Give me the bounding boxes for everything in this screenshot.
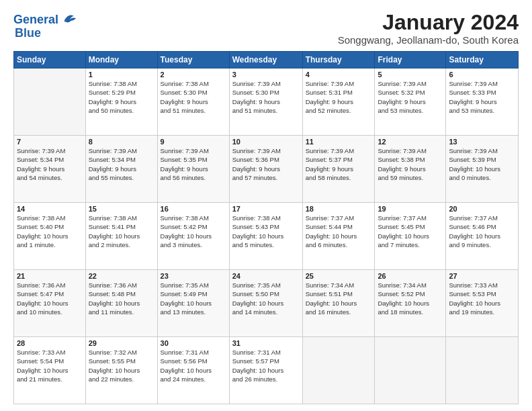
day-info: Sunrise: 7:31 AM Sunset: 5:56 PM Dayligh… [161, 348, 226, 383]
calendar-cell: 22Sunrise: 7:36 AM Sunset: 5:48 PM Dayli… [85, 270, 157, 337]
col-header-monday: Monday [85, 52, 157, 68]
day-info: Sunrise: 7:34 AM Sunset: 5:51 PM Dayligh… [306, 281, 372, 316]
logo-blue-text: Blue [15, 27, 41, 40]
calendar-cell: 9Sunrise: 7:39 AM Sunset: 5:35 PM Daylig… [157, 136, 229, 203]
calendar-cell: 16Sunrise: 7:38 AM Sunset: 5:42 PM Dayli… [157, 203, 229, 270]
calendar-cell [375, 337, 446, 404]
calendar-header-row: SundayMondayTuesdayWednesdayThursdayFrid… [14, 52, 519, 68]
day-number: 6 [449, 71, 515, 79]
day-info: Sunrise: 7:35 AM Sunset: 5:50 PM Dayligh… [232, 281, 300, 316]
calendar-cell: 29Sunrise: 7:32 AM Sunset: 5:55 PM Dayli… [85, 337, 157, 404]
day-info: Sunrise: 7:34 AM Sunset: 5:52 PM Dayligh… [378, 281, 443, 316]
header: General Blue January 2024 Songgwang, Jeo… [13, 11, 519, 46]
col-header-tuesday: Tuesday [157, 52, 229, 68]
day-info: Sunrise: 7:39 AM Sunset: 5:38 PM Dayligh… [378, 146, 443, 182]
day-info: Sunrise: 7:31 AM Sunset: 5:57 PM Dayligh… [232, 348, 300, 383]
calendar-cell: 18Sunrise: 7:37 AM Sunset: 5:44 PM Dayli… [302, 203, 375, 270]
logo-bird-icon [60, 11, 79, 30]
calendar-cell: 26Sunrise: 7:34 AM Sunset: 5:52 PM Dayli… [375, 270, 446, 337]
day-number: 26 [378, 272, 443, 280]
day-info: Sunrise: 7:38 AM Sunset: 5:40 PM Dayligh… [17, 214, 83, 249]
calendar-cell: 13Sunrise: 7:39 AM Sunset: 5:39 PM Dayli… [446, 136, 519, 203]
day-number: 7 [17, 138, 83, 146]
day-number: 18 [306, 205, 372, 213]
day-number: 4 [306, 71, 372, 79]
day-info: Sunrise: 7:39 AM Sunset: 5:34 PM Dayligh… [89, 146, 154, 182]
calendar-cell: 24Sunrise: 7:35 AM Sunset: 5:50 PM Dayli… [229, 270, 302, 337]
day-info: Sunrise: 7:35 AM Sunset: 5:49 PM Dayligh… [161, 281, 226, 316]
calendar-cell: 7Sunrise: 7:39 AM Sunset: 5:34 PM Daylig… [14, 136, 86, 203]
day-number: 14 [17, 205, 83, 213]
day-number: 24 [232, 272, 300, 280]
day-number: 11 [306, 138, 372, 146]
day-info: Sunrise: 7:38 AM Sunset: 5:41 PM Dayligh… [89, 214, 154, 249]
col-header-sunday: Sunday [14, 52, 86, 68]
calendar-week-4: 21Sunrise: 7:36 AM Sunset: 5:47 PM Dayli… [14, 270, 519, 337]
day-info: Sunrise: 7:37 AM Sunset: 5:44 PM Dayligh… [306, 214, 372, 249]
calendar-week-2: 7Sunrise: 7:39 AM Sunset: 5:34 PM Daylig… [14, 136, 519, 203]
day-info: Sunrise: 7:38 AM Sunset: 5:43 PM Dayligh… [232, 214, 300, 249]
day-info: Sunrise: 7:38 AM Sunset: 5:30 PM Dayligh… [161, 79, 226, 115]
day-number: 12 [378, 138, 443, 146]
main-title: January 2024 [338, 11, 519, 34]
day-number: 23 [161, 272, 226, 280]
day-number: 31 [232, 339, 300, 347]
logo-text: General [13, 13, 58, 27]
day-info: Sunrise: 7:36 AM Sunset: 5:48 PM Dayligh… [89, 281, 154, 316]
day-number: 13 [449, 138, 515, 146]
day-number: 16 [161, 205, 226, 213]
day-info: Sunrise: 7:39 AM Sunset: 5:39 PM Dayligh… [449, 146, 515, 182]
calendar-cell: 2Sunrise: 7:38 AM Sunset: 5:30 PM Daylig… [157, 68, 229, 136]
day-info: Sunrise: 7:39 AM Sunset: 5:31 PM Dayligh… [306, 79, 372, 115]
day-number: 27 [449, 272, 515, 280]
calendar-cell: 3Sunrise: 7:39 AM Sunset: 5:30 PM Daylig… [229, 68, 302, 136]
calendar-cell: 31Sunrise: 7:31 AM Sunset: 5:57 PM Dayli… [229, 337, 302, 404]
day-number: 9 [161, 138, 226, 146]
col-header-friday: Friday [375, 52, 446, 68]
calendar-cell: 25Sunrise: 7:34 AM Sunset: 5:51 PM Dayli… [302, 270, 375, 337]
calendar-cell: 14Sunrise: 7:38 AM Sunset: 5:40 PM Dayli… [14, 203, 86, 270]
day-info: Sunrise: 7:38 AM Sunset: 5:29 PM Dayligh… [89, 79, 154, 115]
calendar-cell: 4Sunrise: 7:39 AM Sunset: 5:31 PM Daylig… [302, 68, 375, 136]
col-header-saturday: Saturday [446, 52, 519, 68]
calendar-cell [14, 68, 86, 136]
calendar-cell: 23Sunrise: 7:35 AM Sunset: 5:49 PM Dayli… [157, 270, 229, 337]
day-number: 21 [17, 272, 83, 280]
day-number: 29 [89, 339, 154, 347]
calendar-cell: 10Sunrise: 7:39 AM Sunset: 5:36 PM Dayli… [229, 136, 302, 203]
day-info: Sunrise: 7:39 AM Sunset: 5:36 PM Dayligh… [232, 146, 300, 182]
day-number: 3 [232, 71, 300, 79]
day-info: Sunrise: 7:32 AM Sunset: 5:55 PM Dayligh… [89, 348, 154, 383]
day-info: Sunrise: 7:38 AM Sunset: 5:42 PM Dayligh… [161, 214, 226, 249]
day-number: 20 [449, 205, 515, 213]
calendar-cell [446, 337, 519, 404]
day-number: 25 [306, 272, 372, 280]
page: General Blue January 2024 Songgwang, Jeo… [0, 0, 532, 411]
day-info: Sunrise: 7:39 AM Sunset: 5:32 PM Dayligh… [378, 79, 443, 115]
calendar-cell: 11Sunrise: 7:39 AM Sunset: 5:37 PM Dayli… [302, 136, 375, 203]
calendar-cell: 28Sunrise: 7:33 AM Sunset: 5:54 PM Dayli… [14, 337, 86, 404]
day-info: Sunrise: 7:39 AM Sunset: 5:33 PM Dayligh… [449, 79, 515, 115]
day-info: Sunrise: 7:37 AM Sunset: 5:46 PM Dayligh… [449, 214, 515, 249]
day-number: 19 [378, 205, 443, 213]
col-header-wednesday: Wednesday [229, 52, 302, 68]
calendar-week-3: 14Sunrise: 7:38 AM Sunset: 5:40 PM Dayli… [14, 203, 519, 270]
calendar-cell: 6Sunrise: 7:39 AM Sunset: 5:33 PM Daylig… [446, 68, 519, 136]
calendar-cell: 17Sunrise: 7:38 AM Sunset: 5:43 PM Dayli… [229, 203, 302, 270]
day-info: Sunrise: 7:39 AM Sunset: 5:35 PM Dayligh… [161, 146, 226, 182]
day-number: 30 [161, 339, 226, 347]
day-number: 22 [89, 272, 154, 280]
day-info: Sunrise: 7:33 AM Sunset: 5:54 PM Dayligh… [17, 348, 83, 383]
calendar-cell [302, 337, 375, 404]
day-number: 17 [232, 205, 300, 213]
day-number: 1 [89, 71, 154, 79]
calendar-week-1: 1Sunrise: 7:38 AM Sunset: 5:29 PM Daylig… [14, 68, 519, 136]
day-number: 10 [232, 138, 300, 146]
calendar-cell: 21Sunrise: 7:36 AM Sunset: 5:47 PM Dayli… [14, 270, 86, 337]
calendar-cell: 20Sunrise: 7:37 AM Sunset: 5:46 PM Dayli… [446, 203, 519, 270]
day-number: 2 [161, 71, 226, 79]
subtitle: Songgwang, Jeollanam-do, South Korea [338, 34, 519, 46]
col-header-thursday: Thursday [302, 52, 375, 68]
title-area: January 2024 Songgwang, Jeollanam-do, So… [338, 11, 519, 46]
day-info: Sunrise: 7:37 AM Sunset: 5:45 PM Dayligh… [378, 214, 443, 249]
